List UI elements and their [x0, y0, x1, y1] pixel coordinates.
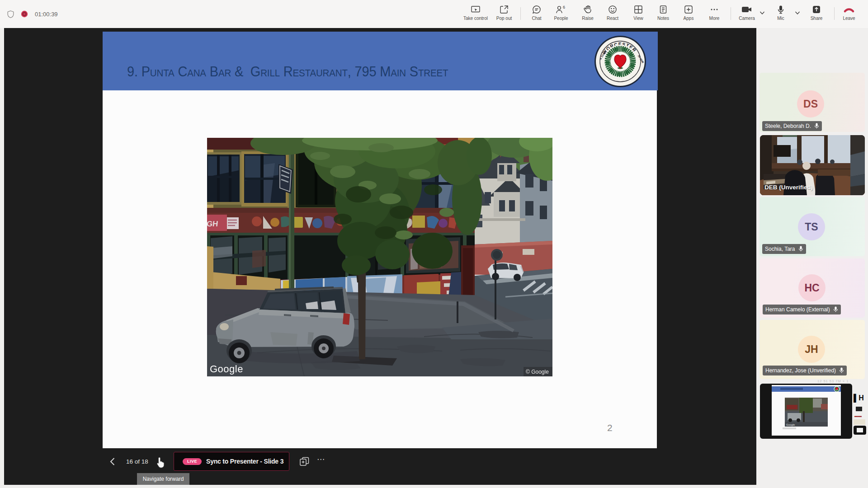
svg-text:DEB (Unverified): DEB (Unverified): [764, 184, 813, 191]
svg-text:6: 6: [563, 5, 565, 9]
svg-text:© Google: © Google: [526, 369, 549, 375]
svg-text:Google: Google: [786, 423, 795, 426]
svg-text:Google: Google: [210, 363, 243, 375]
